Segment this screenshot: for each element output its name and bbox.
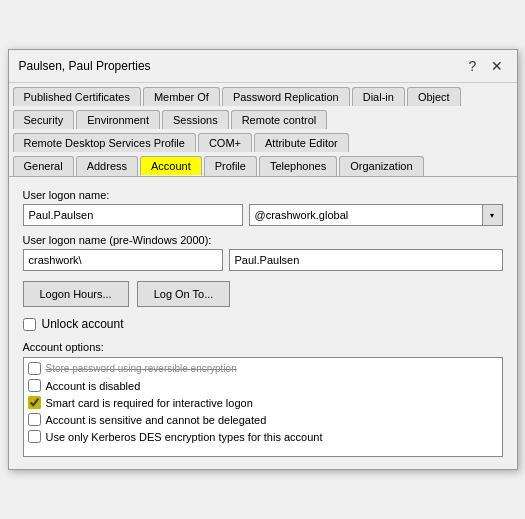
tab-password-replication[interactable]: Password Replication	[222, 87, 350, 106]
tab-attribute-editor[interactable]: Attribute Editor	[254, 133, 349, 152]
tab-object[interactable]: Object	[407, 87, 461, 106]
logon-hours-button[interactable]: Logon Hours...	[23, 281, 129, 307]
tab-profile[interactable]: Profile	[204, 156, 257, 176]
dialog-title: Paulsen, Paul Properties	[19, 59, 151, 73]
logon-name-input[interactable]	[23, 204, 243, 226]
option-checkbox-4[interactable]	[28, 430, 41, 443]
tab-address[interactable]: Address	[76, 156, 138, 176]
domain-select[interactable]: @crashwork.global ▾	[249, 204, 503, 226]
option-row-1: Account is disabled	[28, 377, 498, 394]
pre2000-label: User logon name (pre-Windows 2000):	[23, 234, 503, 246]
tab-dial-in[interactable]: Dial-in	[352, 87, 405, 106]
tab-security[interactable]: Security	[13, 110, 75, 129]
button-row: Logon Hours... Log On To...	[23, 281, 503, 307]
option-label-0: Store password using reversible encrypti…	[46, 363, 237, 374]
dialog-window: Paulsen, Paul Properties ? ✕ Published C…	[8, 49, 518, 470]
tab-general[interactable]: General	[13, 156, 74, 176]
close-button[interactable]: ✕	[487, 56, 507, 76]
option-row-2: Smart card is required for interactive l…	[28, 394, 498, 411]
title-bar: Paulsen, Paul Properties ? ✕	[9, 50, 517, 83]
tab-rdp[interactable]: Remote Desktop Services Profile	[13, 133, 196, 152]
help-button[interactable]: ?	[463, 56, 483, 76]
domain-value: @crashwork.global	[250, 206, 482, 224]
unlock-account-checkbox[interactable]	[23, 318, 36, 331]
pre2000-left-input[interactable]	[23, 249, 223, 271]
tab-environment[interactable]: Environment	[76, 110, 160, 129]
option-row-4: Use only Kerberos DES encryption types f…	[28, 428, 498, 445]
pre2000-row	[23, 249, 503, 271]
tab-row-3: Remote Desktop Services Profile COM+ Att…	[9, 129, 517, 152]
content-area: User logon name: @crashwork.global ▾ Use…	[9, 177, 517, 469]
option-label-3: Account is sensitive and cannot be deleg…	[46, 414, 267, 426]
logon-name-label: User logon name:	[23, 189, 503, 201]
tab-account[interactable]: Account	[140, 156, 202, 176]
tab-com[interactable]: COM+	[198, 133, 252, 152]
option-label-2: Smart card is required for interactive l…	[46, 397, 253, 409]
pre2000-right-input[interactable]	[229, 249, 503, 271]
logon-to-button[interactable]: Log On To...	[137, 281, 231, 307]
unlock-account-label: Unlock account	[42, 317, 124, 331]
tab-sessions[interactable]: Sessions	[162, 110, 229, 129]
domain-dropdown-arrow[interactable]: ▾	[482, 205, 502, 225]
title-bar-controls: ? ✕	[463, 56, 507, 76]
tab-organization[interactable]: Organization	[339, 156, 423, 176]
option-row-3: Account is sensitive and cannot be deleg…	[28, 411, 498, 428]
tab-remote-control[interactable]: Remote control	[231, 110, 328, 129]
option-label-4: Use only Kerberos DES encryption types f…	[46, 431, 323, 443]
option-checkbox-0[interactable]	[28, 362, 41, 375]
option-checkbox-3[interactable]	[28, 413, 41, 426]
option-checkbox-1[interactable]	[28, 379, 41, 392]
tab-published-certificates[interactable]: Published Certificates	[13, 87, 141, 106]
account-options-label: Account options:	[23, 341, 503, 353]
option-row-0: Store password using reversible encrypti…	[28, 360, 498, 377]
account-options-box[interactable]: Store password using reversible encrypti…	[23, 357, 503, 457]
tab-telephones[interactable]: Telephones	[259, 156, 337, 176]
logon-name-row: @crashwork.global ▾	[23, 204, 503, 226]
tab-row-4: General Address Account Profile Telephon…	[9, 152, 517, 176]
option-label-1: Account is disabled	[46, 380, 141, 392]
tab-row-1: Published Certificates Member Of Passwor…	[9, 83, 517, 106]
tab-row-2: Security Environment Sessions Remote con…	[9, 106, 517, 129]
unlock-account-row: Unlock account	[23, 317, 503, 331]
tab-member-of[interactable]: Member Of	[143, 87, 220, 106]
option-checkbox-2[interactable]	[28, 396, 41, 409]
tabs-container: Published Certificates Member Of Passwor…	[9, 83, 517, 177]
